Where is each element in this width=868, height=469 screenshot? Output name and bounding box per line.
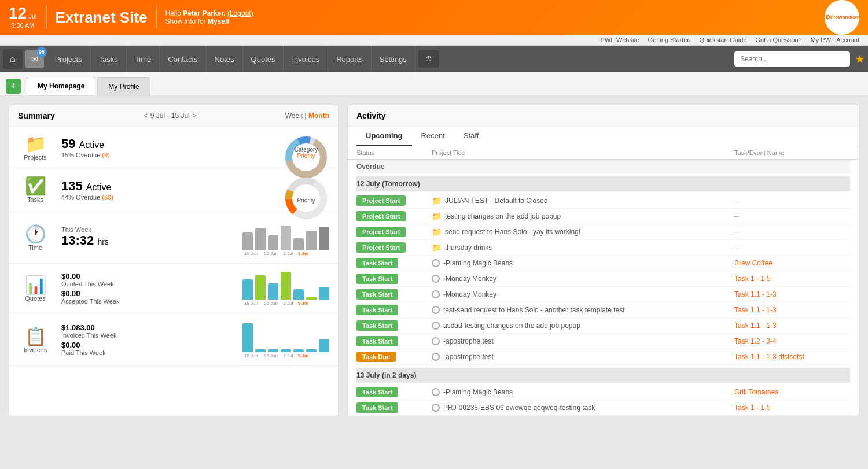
date-13-july-label: 13 July (in 2 days) [356, 371, 416, 379]
task-name: -- [734, 243, 739, 252]
nav-clock-button[interactable]: ⏱ [418, 50, 439, 68]
top-link-got-question[interactable]: Got a Question? [756, 36, 802, 43]
time-label-4: 9 Jul [297, 251, 310, 256]
top-link-my-pwf[interactable]: My PWF Account [811, 36, 859, 43]
invoices-bar-chart: 18 Jun 25 Jun 2 Jul 9 Jul [242, 320, 329, 359]
status-project-start-btn[interactable]: Project Start [356, 195, 406, 206]
tasks-overdue: 44% Overdue (60) [61, 194, 216, 201]
quotes-chart-icon: 📊 [18, 275, 53, 295]
search-input[interactable] [734, 51, 850, 67]
status-cell: Project Start [356, 227, 432, 237]
tab-staff[interactable]: Staff [454, 127, 488, 146]
summary-next[interactable]: > [193, 112, 197, 120]
status-project-start-btn[interactable]: Project Start [356, 227, 406, 237]
summary-prev[interactable]: < [144, 112, 148, 120]
status-task-start-btn[interactable]: Task Start [356, 258, 398, 268]
top-link-pwf-website[interactable]: PWF Website [601, 36, 639, 43]
folder-icon: 📁 [432, 243, 442, 252]
status-task-start-btn[interactable]: Task Start [356, 336, 398, 346]
task-cell: Task 1.1 - 1-3 [734, 290, 850, 298]
quotes-chart: 18 Jun 25 Jun 2 Jul 9 Jul [225, 271, 329, 306]
invoices-bar-labels: 18 Jun 25 Jun 2 Jul 9 Jul [242, 353, 329, 359]
status-cell: Task Start [356, 402, 432, 413]
project-name: -Planting Magic Beans [443, 259, 513, 267]
tab-my-profile[interactable]: My Profile [97, 77, 150, 95]
time-label-2: 25 Jun [262, 251, 279, 256]
status-task-start-btn[interactable]: Task Start [356, 320, 398, 331]
tasks-chart: Priority [225, 175, 329, 204]
nav-item-time[interactable]: Time [127, 46, 160, 72]
circle-icon [432, 404, 440, 412]
nav-item-quotes[interactable]: Quotes [243, 46, 284, 72]
circle-icon [432, 388, 440, 396]
tab-recent[interactable]: Recent [412, 127, 454, 146]
activity-content: Overdue 12 July (Tomorrow) Project Start… [348, 160, 859, 416]
project-name: thursday drinks [445, 243, 492, 252]
status-cell: Task Due [356, 352, 432, 362]
nav-item-tasks[interactable]: Tasks [91, 46, 127, 72]
projects-donut-wrap: Category Priority [283, 134, 329, 160]
project-name: testing changes on the add job popup [445, 212, 561, 220]
header-logo: ⚙ ProWorkflow [825, 0, 859, 35]
activity-panel: Activity Upcoming Recent Staff Status Pr… [347, 105, 859, 416]
status-task-start-btn[interactable]: Task Start [356, 305, 398, 315]
table-row: Project Start 📁send request to Hans Solo… [356, 224, 850, 240]
task-cell: Task 1.1 - 1-3 [734, 322, 850, 330]
week-label[interactable]: Week [285, 112, 303, 120]
nav-item-projects[interactable]: Projects [47, 46, 91, 72]
table-row: Task Due -apostrophe test Task 1.1 - 1-3… [356, 349, 850, 365]
status-task-start-btn[interactable]: Task Start [356, 387, 398, 397]
status-task-due-btn[interactable]: Task Due [356, 352, 396, 362]
invoices-stats: $1,083.00 Invoiced This Week $0.00 Paid … [53, 323, 225, 356]
top-link-quickstart[interactable]: Quickstart Guide [700, 36, 747, 43]
nav-star-icon[interactable]: ★ [855, 52, 865, 66]
invoices-icon-label: Invoices [18, 346, 53, 353]
time-bar-5 [293, 238, 304, 250]
table-row: Task Start -Monday Monkey Task 1.1 - 1-3 [356, 287, 850, 302]
nav-home-button[interactable]: ⌂ [3, 49, 23, 69]
table-row: Task Start -Planting Magic Beans Grill T… [356, 385, 850, 400]
nav-item-contacts[interactable]: Contacts [160, 46, 206, 72]
time-bar-1 [242, 232, 253, 250]
quotes-stats: $0.00 Quoted This Week $0.00 Accepted Th… [53, 272, 225, 305]
top-links-bar: PWF Website Getting Started Quickstart G… [0, 35, 868, 46]
table-row: Task Start test-send request to Hans Sol… [356, 302, 850, 318]
summary-period: 9 Jul - 15 Jul [150, 112, 190, 120]
tab-my-homepage[interactable]: My Homepage [27, 77, 95, 95]
status-cell: Task Start [356, 387, 432, 397]
summary-row-tasks: ✅ Tasks 135 Active 44% Overdue (60) [9, 168, 338, 211]
time-icon-wrap: 🕐 Time [18, 224, 53, 251]
project-name: -apostrophe test [443, 337, 494, 345]
project-name: -Monday Monkey [443, 275, 496, 283]
task-name: -- [734, 228, 739, 236]
projects-icon-wrap: 📁 Projects [18, 134, 53, 161]
status-task-start-btn[interactable]: Task Start [356, 289, 398, 300]
logout-link[interactable]: (Logout) [227, 9, 253, 17]
show-info-text: Show info for [165, 17, 206, 25]
tab-upcoming[interactable]: Upcoming [356, 127, 412, 146]
status-task-start-btn[interactable]: Task Start [356, 274, 398, 284]
nav-item-notes[interactable]: Notes [207, 46, 243, 72]
nav-item-invoices[interactable]: Invoices [284, 46, 328, 72]
task-cell: -- [734, 243, 850, 252]
month-label[interactable]: Month [308, 112, 329, 120]
nav-item-reports[interactable]: Reports [328, 46, 372, 72]
status-task-start-btn[interactable]: Task Start [356, 402, 398, 413]
status-project-start-btn[interactable]: Project Start [356, 211, 406, 221]
task-name: Grill Tomatoes [734, 388, 778, 396]
project-cell: -apostrophe test [432, 353, 734, 361]
summary-row-projects: 📁 Projects 59 Active 15% Overdue (9) [9, 127, 338, 168]
plus-button[interactable]: + [6, 79, 21, 94]
circle-icon [432, 290, 440, 298]
time-bar-labels: 18 Jun 25 Jun 2 Jul 9 Jul [242, 251, 329, 256]
nav-item-settings[interactable]: Settings [372, 46, 415, 72]
qb2 [255, 275, 266, 300]
top-link-getting-started[interactable]: Getting Started [648, 36, 691, 43]
table-row: Project Start 📁thursday drinks -- [356, 240, 850, 256]
folder-icon: 📁 [432, 212, 442, 221]
time-week-label: This Week [61, 226, 216, 233]
tasks-donut-wrap: Priority [283, 175, 329, 204]
header-date: 12 Jul 5:30 AM [9, 5, 37, 29]
quotes-label2: Accepted This Week [61, 298, 216, 305]
status-project-start-btn[interactable]: Project Start [356, 242, 406, 253]
